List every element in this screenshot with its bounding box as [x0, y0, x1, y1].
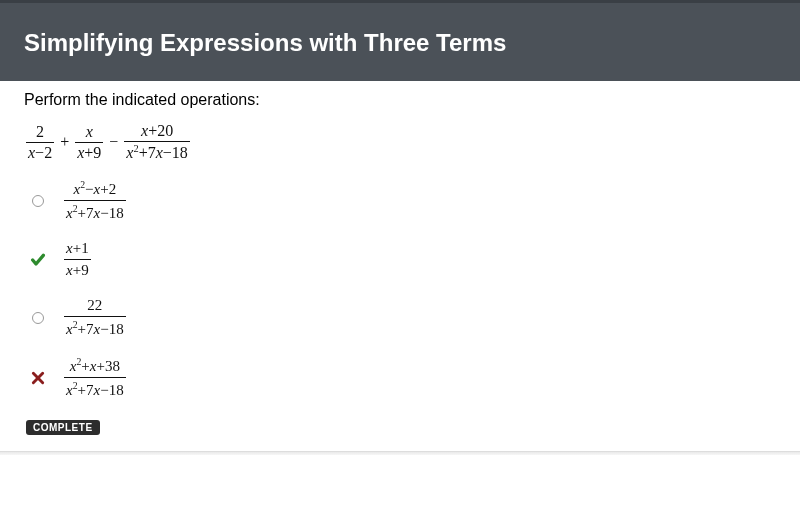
operator-minus: − — [103, 134, 124, 150]
page-title: Simplifying Expressions with Three Terms — [24, 29, 776, 57]
complete-button-wrap: COMPLETE — [26, 417, 776, 435]
option-2-marker — [24, 252, 52, 268]
option-1-marker — [24, 195, 52, 207]
option-4-marker — [24, 371, 52, 385]
option-3-math: 22 x2+7x−18 — [64, 297, 126, 338]
option-1[interactable]: x2−x+2 x2+7x−18 — [24, 179, 776, 222]
term-2-denominator: x+9 — [75, 142, 103, 161]
option-2[interactable]: x+1 x+9 — [24, 240, 776, 279]
term-1-numerator: 2 — [34, 124, 46, 142]
operator-plus: + — [54, 134, 75, 150]
option-3-marker — [24, 312, 52, 324]
option-1-math: x2−x+2 x2+7x−18 — [64, 179, 126, 222]
term-1-denominator: x−2 — [26, 142, 54, 161]
term-3-numerator: x+20 — [139, 123, 175, 141]
content-area: Perform the indicated operations: 2 x−2 … — [0, 81, 800, 443]
complete-button[interactable]: COMPLETE — [26, 420, 100, 435]
option-4-math: x2+x+38 x2+7x−18 — [64, 356, 126, 399]
answer-options: x2−x+2 x2+7x−18 x+1 x+9 — [24, 179, 776, 399]
term-2-fraction: x x+9 — [75, 124, 103, 161]
radio-empty-icon — [32, 195, 44, 207]
main-expression: 2 x−2 + x x+9 − x+20 x2+7x−18 — [26, 123, 776, 161]
option-2-math: x+1 x+9 — [64, 240, 91, 279]
footer-bar — [0, 451, 800, 455]
option-4[interactable]: x2+x+38 x2+7x−18 — [24, 356, 776, 399]
check-icon — [30, 252, 46, 268]
radio-empty-icon — [32, 312, 44, 324]
title-bar: Simplifying Expressions with Three Terms — [0, 0, 800, 81]
term-3-fraction: x+20 x2+7x−18 — [124, 123, 189, 161]
question-prompt: Perform the indicated operations: — [24, 91, 776, 109]
term-2-numerator: x — [84, 124, 95, 142]
option-3[interactable]: 22 x2+7x−18 — [24, 297, 776, 338]
term-1-fraction: 2 x−2 — [26, 124, 54, 161]
term-3-denominator: x2+7x−18 — [124, 141, 189, 161]
cross-icon — [31, 371, 45, 385]
